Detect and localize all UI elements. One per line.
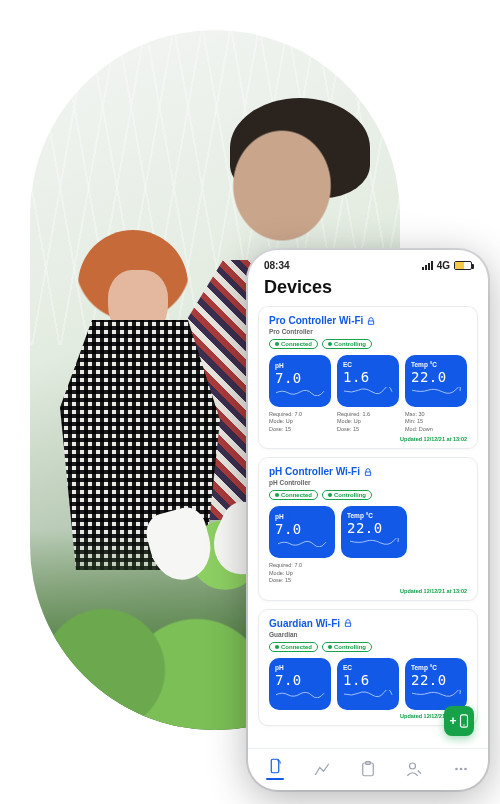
metric-meta: Max: 30Min: 15Mod: Down bbox=[405, 411, 467, 433]
metric-value: 7.0 bbox=[275, 521, 302, 537]
phone-mockup: 08:34 4G Devices Pro Controller Wi-Fi Pr… bbox=[248, 250, 488, 790]
status-connected-pill: Connected bbox=[269, 490, 318, 500]
sparkline bbox=[343, 690, 393, 698]
metric-value: 1.6 bbox=[343, 672, 370, 688]
sparkline bbox=[411, 387, 461, 395]
metric-value: 22.0 bbox=[411, 672, 447, 688]
metric-value: 1.6 bbox=[343, 369, 370, 385]
device-icon bbox=[459, 714, 469, 728]
tab-more[interactable] bbox=[444, 760, 478, 778]
device-title: pH Controller Wi-Fi bbox=[269, 466, 360, 477]
metric-tile-temp[interactable]: Temp °C 22.0 bbox=[405, 355, 467, 407]
device-list[interactable]: Pro Controller Wi-Fi Pro Controller Conn… bbox=[248, 306, 488, 748]
tab-charts[interactable] bbox=[305, 760, 339, 778]
tab-profile[interactable] bbox=[397, 760, 431, 778]
svg-point-7 bbox=[459, 767, 462, 770]
device-card[interactable]: Pro Controller Wi-Fi Pro Controller Conn… bbox=[258, 306, 478, 449]
tab-bar bbox=[248, 748, 488, 790]
wifi-lock-icon bbox=[367, 317, 375, 325]
svg-point-1 bbox=[463, 724, 464, 725]
tab-devices[interactable] bbox=[258, 757, 292, 780]
page-title: Devices bbox=[248, 275, 488, 306]
wifi-lock-icon bbox=[364, 468, 372, 476]
metric-tile-ph[interactable]: pH 7.0 bbox=[269, 355, 331, 407]
tab-logs[interactable] bbox=[351, 760, 385, 778]
signal-icon bbox=[422, 261, 433, 270]
metric-meta: Required: 1.6Mode: UpDose: 15 bbox=[337, 411, 399, 433]
status-controlling-pill: Controlling bbox=[322, 490, 372, 500]
network-label: 4G bbox=[437, 260, 450, 271]
status-bar: 08:34 4G bbox=[248, 250, 488, 275]
updated-label: Updated 12/12/21 at 13:02 bbox=[269, 713, 467, 719]
sparkline bbox=[411, 690, 461, 698]
user-edit-icon bbox=[405, 760, 423, 778]
device-subtitle: Guardian bbox=[269, 631, 467, 638]
status-time: 08:34 bbox=[264, 260, 290, 271]
metric-tile-ec[interactable]: EC 1.6 bbox=[337, 658, 399, 710]
svg-point-6 bbox=[455, 767, 458, 770]
more-icon bbox=[452, 760, 470, 778]
metric-tile-temp[interactable]: Temp °C 22.0 bbox=[341, 506, 407, 558]
metric-tile-ec[interactable]: EC 1.6 bbox=[337, 355, 399, 407]
sparkline bbox=[275, 539, 329, 547]
battery-icon bbox=[454, 261, 472, 270]
lock-icon bbox=[286, 361, 294, 369]
metric-meta: Required: 7.0Mode: UpDose: 15 bbox=[269, 411, 331, 433]
sparkline bbox=[343, 387, 393, 395]
status-connected-pill: Connected bbox=[269, 642, 318, 652]
updated-label: Updated 12/12/21 at 13:02 bbox=[269, 588, 467, 594]
svg-rect-2 bbox=[271, 759, 279, 773]
metric-tile-temp[interactable]: Temp °C 22.0 bbox=[405, 658, 467, 710]
device-title: Guardian Wi-Fi bbox=[269, 618, 340, 629]
wifi-lock-icon bbox=[344, 619, 352, 627]
device-title: Pro Controller Wi-Fi bbox=[269, 315, 363, 326]
svg-point-5 bbox=[410, 763, 416, 769]
metric-value: 7.0 bbox=[275, 370, 302, 386]
device-card[interactable]: pH Controller Wi-Fi pH Controller Connec… bbox=[258, 457, 478, 600]
sparkline bbox=[347, 538, 401, 546]
metric-value: 22.0 bbox=[347, 520, 383, 536]
chart-icon bbox=[313, 760, 331, 778]
updated-label: Updated 12/12/21 at 13:02 bbox=[269, 436, 467, 442]
clipboard-icon bbox=[359, 760, 377, 778]
metric-value: 22.0 bbox=[411, 369, 447, 385]
metric-meta: Required: 7.0Mode: UpDose: 15 bbox=[269, 562, 331, 584]
sparkline bbox=[275, 690, 325, 698]
metric-tile-ph[interactable]: pH 7.0 bbox=[269, 506, 335, 558]
lock-icon bbox=[286, 512, 294, 520]
metric-tile-ph[interactable]: pH 7.0 bbox=[269, 658, 331, 710]
device-subtitle: Pro Controller bbox=[269, 328, 467, 335]
svg-point-8 bbox=[464, 767, 467, 770]
status-controlling-pill: Controlling bbox=[322, 339, 372, 349]
devices-icon bbox=[266, 757, 284, 775]
sparkline bbox=[275, 388, 325, 396]
status-controlling-pill: Controlling bbox=[322, 642, 372, 652]
status-connected-pill: Connected bbox=[269, 339, 318, 349]
device-subtitle: pH Controller bbox=[269, 479, 467, 486]
add-device-button[interactable]: + bbox=[444, 706, 474, 736]
metric-value: 7.0 bbox=[275, 672, 302, 688]
